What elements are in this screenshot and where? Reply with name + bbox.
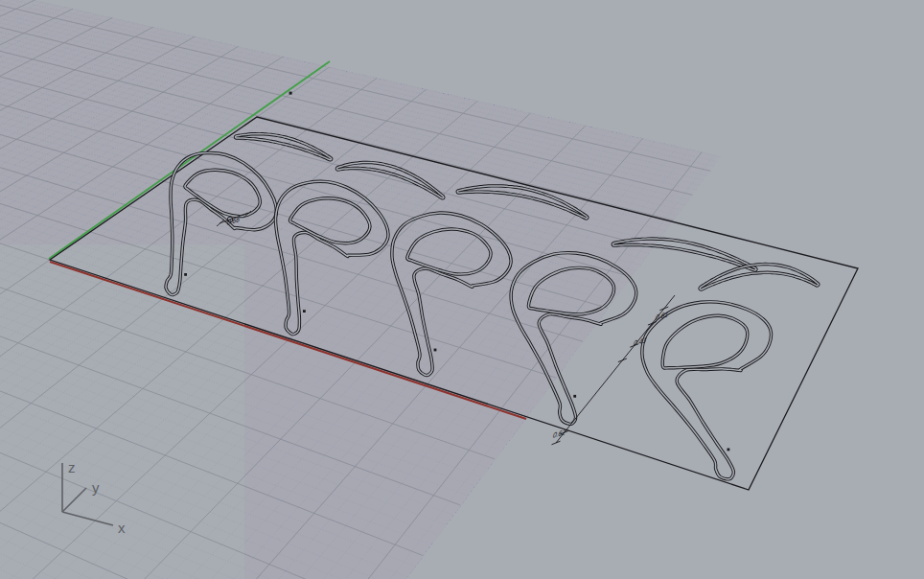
gizmo-x-label: x — [118, 520, 126, 536]
point-marker-on-y-axis[interactable] — [289, 92, 292, 95]
cad-viewport[interactable]: 0.66 0.61 0.43 0.62 z y x — [0, 0, 924, 579]
point-marker[interactable] — [303, 310, 306, 313]
point-marker[interactable] — [184, 273, 187, 276]
gizmo-y-label: y — [92, 479, 100, 496]
gizmo-z-label: z — [68, 459, 76, 475]
point-marker[interactable] — [434, 349, 437, 352]
point-marker[interactable] — [573, 395, 576, 398]
viewport-canvas[interactable]: 0.66 0.61 0.43 0.62 z y x — [0, 0, 924, 579]
point-marker[interactable] — [728, 449, 730, 452]
